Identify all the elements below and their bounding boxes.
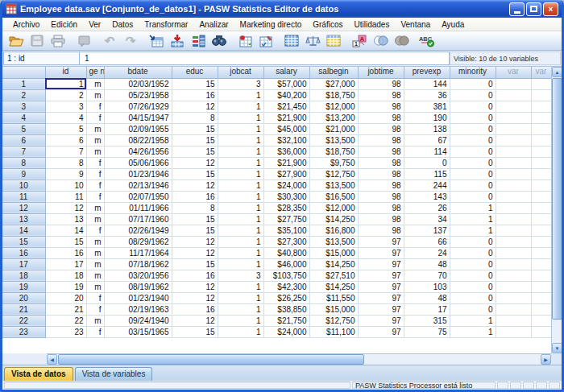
cell[interactable]: f (86, 292, 104, 303)
cell[interactable]: 16 (172, 191, 218, 202)
cell[interactable]: 05/06/1966 (104, 157, 172, 168)
cell[interactable] (496, 168, 531, 179)
cell[interactable]: 02/07/1950 (104, 191, 172, 202)
column-header-id[interactable]: id (45, 67, 86, 78)
cell[interactable] (531, 270, 551, 281)
row-header[interactable]: 14 (2, 225, 45, 236)
cell[interactable]: $12,750 (309, 315, 358, 326)
cell[interactable]: 24 (404, 247, 450, 258)
cell[interactable]: f (86, 101, 104, 112)
cell[interactable]: 6 (45, 134, 86, 146)
cell[interactable] (531, 236, 551, 247)
cell[interactable]: 98 (358, 225, 404, 236)
cell[interactable]: $14,250 (309, 281, 358, 292)
cell[interactable]: 144 (404, 78, 450, 89)
cell[interactable]: 1 (218, 326, 263, 337)
cell[interactable]: $21,900 (263, 157, 309, 168)
cell[interactable]: 0 (450, 281, 496, 292)
cell[interactable]: $24,000 (263, 179, 309, 191)
scroll-right-icon[interactable]: ▶ (541, 354, 551, 365)
cell[interactable]: 11/17/1964 (104, 247, 172, 258)
cell[interactable]: $16,500 (309, 191, 358, 202)
cell[interactable]: m (86, 134, 104, 146)
cell[interactable]: $21,450 (263, 101, 309, 112)
menu-edicion[interactable]: Edición (45, 19, 83, 30)
cell[interactable]: 0 (450, 157, 496, 168)
cell[interactable]: $32,100 (263, 134, 309, 146)
cell[interactable]: $12,000 (309, 101, 358, 112)
cell[interactable]: m (86, 146, 104, 157)
cell[interactable]: 18 (45, 270, 86, 281)
select-cases-icon[interactable] (323, 32, 344, 50)
cell[interactable]: $103,750 (263, 270, 309, 281)
cell[interactable]: f (86, 191, 104, 202)
cell[interactable]: 0 (450, 303, 496, 315)
cell[interactable]: 244 (404, 179, 450, 191)
cell[interactable]: 1 (218, 101, 263, 112)
cell[interactable]: 1 (218, 236, 263, 247)
cell[interactable] (531, 134, 551, 146)
cell[interactable] (531, 146, 551, 157)
cell[interactable]: 23 (45, 326, 86, 337)
cell[interactable]: 15 (45, 236, 86, 247)
cell[interactable] (531, 168, 551, 179)
cell[interactable] (496, 89, 531, 101)
column-header-educ[interactable]: educ (172, 67, 218, 78)
cell[interactable] (496, 315, 531, 326)
cell[interactable]: 48 (404, 292, 450, 303)
cell[interactable] (531, 89, 551, 101)
row-header[interactable]: 19 (2, 281, 45, 292)
cell[interactable] (496, 78, 531, 89)
recall-dialogs-icon[interactable] (73, 32, 94, 50)
row-header[interactable]: 10 (2, 179, 45, 191)
cell[interactable] (496, 270, 531, 281)
cell[interactable]: 0 (450, 134, 496, 146)
cell[interactable]: 1 (450, 202, 496, 213)
cell[interactable]: 15 (172, 168, 218, 179)
cell[interactable]: 114 (404, 146, 450, 157)
cell[interactable]: 66 (404, 236, 450, 247)
cell[interactable]: 97 (358, 281, 404, 292)
cell[interactable]: $13,200 (309, 112, 358, 123)
spell-check-icon[interactable]: ABC (417, 32, 438, 50)
cell[interactable] (531, 101, 551, 112)
cell[interactable]: $26,250 (263, 292, 309, 303)
cell[interactable] (531, 315, 551, 326)
row-header[interactable]: 2 (2, 89, 45, 101)
cell[interactable]: 1 (45, 78, 86, 89)
cell[interactable]: 14 (45, 225, 86, 236)
cell[interactable] (531, 112, 551, 123)
cell[interactable]: f (86, 112, 104, 123)
cell[interactable]: 98 (358, 89, 404, 101)
cell[interactable]: 02/19/1963 (104, 303, 172, 315)
cell[interactable]: 70 (404, 270, 450, 281)
menu-archivo[interactable]: Archivo (7, 19, 45, 30)
cell[interactable]: 10 (45, 179, 86, 191)
cell[interactable]: m (86, 213, 104, 225)
cell[interactable]: $13,500 (309, 236, 358, 247)
cell[interactable] (496, 134, 531, 146)
cell[interactable]: 13 (45, 213, 86, 225)
cell[interactable]: 1 (218, 146, 263, 157)
cell[interactable]: 0 (450, 236, 496, 247)
cell[interactable]: 0 (450, 258, 496, 270)
cell[interactable]: 1 (218, 213, 263, 225)
cell[interactable] (531, 157, 551, 168)
menu-ver[interactable]: Ver (83, 19, 106, 30)
row-header[interactable]: 20 (2, 292, 45, 303)
cell[interactable]: 5 (45, 123, 86, 134)
cell[interactable]: $28,350 (263, 202, 309, 213)
cell[interactable] (496, 326, 531, 337)
cell[interactable]: 21 (45, 303, 86, 315)
cell[interactable]: 15 (172, 225, 218, 236)
cell[interactable]: 16 (172, 270, 218, 281)
cell[interactable]: 1 (218, 303, 263, 315)
cell[interactable]: 3 (45, 101, 86, 112)
cell[interactable]: 08/19/1962 (104, 281, 172, 292)
column-header-var[interactable]: var (531, 67, 551, 78)
cell[interactable]: 02/03/1952 (104, 78, 172, 89)
cell[interactable]: 09/24/1940 (104, 315, 172, 326)
cell[interactable] (531, 292, 551, 303)
cell[interactable]: 15 (172, 258, 218, 270)
cell[interactable]: 8 (172, 112, 218, 123)
